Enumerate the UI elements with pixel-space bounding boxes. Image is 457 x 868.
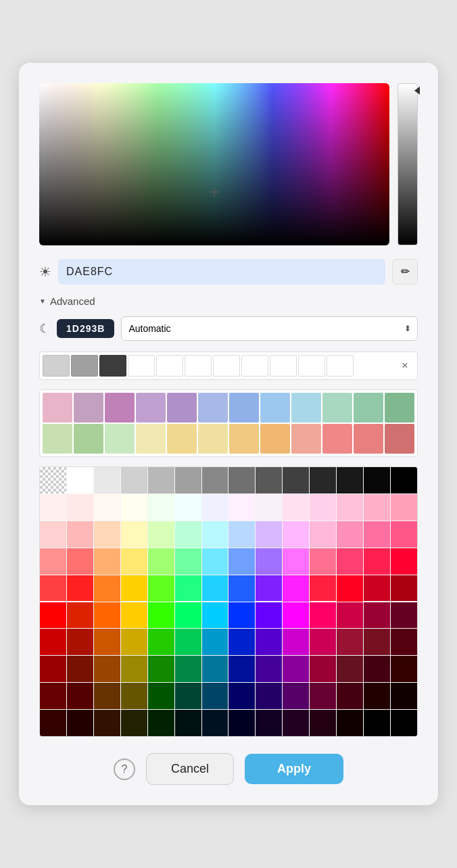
grid-swatch[interactable] <box>202 548 228 575</box>
grid-swatch[interactable] <box>310 629 336 655</box>
palette-swatch[interactable] <box>198 424 228 454</box>
apply-button[interactable]: Apply <box>245 754 343 784</box>
palette-swatch[interactable] <box>136 424 166 454</box>
grid-swatch[interactable] <box>202 494 228 521</box>
grid-swatch[interactable] <box>337 656 363 682</box>
grid-swatch[interactable] <box>148 467 174 493</box>
grid-swatch[interactable] <box>256 467 282 493</box>
grid-swatch[interactable] <box>228 710 255 736</box>
grid-swatch[interactable] <box>337 575 363 602</box>
grid-swatch[interactable] <box>121 602 147 629</box>
grid-swatch[interactable] <box>175 602 201 629</box>
palette-swatch[interactable] <box>229 424 259 454</box>
grid-swatch[interactable] <box>94 548 120 575</box>
grid-swatch[interactable] <box>283 629 309 655</box>
grid-swatch[interactable] <box>310 683 336 709</box>
grid-swatch[interactable] <box>94 683 120 709</box>
grid-swatch[interactable] <box>94 710 120 736</box>
palette-swatch[interactable] <box>198 393 228 423</box>
recent-empty-6[interactable] <box>270 355 297 377</box>
help-button[interactable]: ? <box>114 758 135 780</box>
palette-swatch[interactable] <box>43 424 72 454</box>
grid-swatch[interactable] <box>202 467 228 493</box>
grid-swatch[interactable] <box>121 467 147 493</box>
palette-swatch[interactable] <box>385 393 414 423</box>
grid-swatch[interactable] <box>283 710 309 736</box>
grid-swatch[interactable] <box>391 683 417 709</box>
grid-swatch[interactable] <box>256 683 282 709</box>
recent-swatch-2[interactable] <box>71 355 98 377</box>
recent-empty-2[interactable] <box>156 355 183 377</box>
palette-swatch[interactable] <box>260 393 290 423</box>
grid-swatch[interactable] <box>67 683 93 709</box>
palette-swatch[interactable] <box>136 393 166 423</box>
grid-swatch[interactable] <box>40 548 66 575</box>
grid-swatch[interactable] <box>202 656 228 682</box>
grid-swatch[interactable] <box>148 629 174 655</box>
grid-swatch[interactable] <box>228 602 255 629</box>
grid-swatch[interactable] <box>67 467 93 493</box>
grid-swatch[interactable] <box>310 656 336 682</box>
grid-swatch[interactable] <box>175 548 201 575</box>
grid-swatch[interactable] <box>364 656 390 682</box>
grid-swatch[interactable] <box>94 575 120 602</box>
grid-swatch[interactable] <box>364 710 390 736</box>
grid-swatch[interactable] <box>148 521 174 548</box>
palette-swatch[interactable] <box>260 424 290 454</box>
palette-swatch[interactable] <box>105 393 135 423</box>
grid-swatch[interactable] <box>148 710 174 736</box>
grid-swatch[interactable] <box>40 602 66 629</box>
grid-swatch[interactable] <box>228 467 255 493</box>
grid-swatch[interactable] <box>67 575 93 602</box>
grid-swatch[interactable] <box>94 494 120 521</box>
grid-swatch[interactable] <box>228 548 255 575</box>
grid-swatch[interactable] <box>202 710 228 736</box>
grid-swatch[interactable] <box>283 548 309 575</box>
grid-swatch[interactable] <box>364 602 390 629</box>
grid-swatch[interactable] <box>40 629 66 655</box>
grid-swatch[interactable] <box>337 602 363 629</box>
recent-empty-8[interactable] <box>327 355 354 377</box>
grid-swatch[interactable] <box>337 521 363 548</box>
brightness-slider[interactable] <box>398 83 418 245</box>
grid-swatch[interactable] <box>283 683 309 709</box>
grid-swatch[interactable] <box>40 494 66 521</box>
grid-swatch[interactable] <box>40 467 66 493</box>
grid-swatch[interactable] <box>310 467 336 493</box>
palette-swatch[interactable] <box>291 424 321 454</box>
grid-swatch[interactable] <box>94 467 120 493</box>
grid-swatch[interactable] <box>391 521 417 548</box>
advanced-section-label[interactable]: ▼ Advanced <box>39 295 418 307</box>
grid-swatch[interactable] <box>391 494 417 521</box>
palette-swatch[interactable] <box>354 424 383 454</box>
grid-swatch[interactable] <box>283 494 309 521</box>
grid-swatch[interactable] <box>256 575 282 602</box>
grid-swatch[interactable] <box>391 467 417 493</box>
grid-swatch[interactable] <box>310 710 336 736</box>
recent-empty-5[interactable] <box>241 355 268 377</box>
grid-swatch[interactable] <box>202 629 228 655</box>
grid-swatch[interactable] <box>202 602 228 629</box>
grid-swatch[interactable] <box>40 683 66 709</box>
grid-swatch[interactable] <box>364 548 390 575</box>
eyedropper-button[interactable]: ✏ <box>392 259 418 285</box>
palette-swatch[interactable] <box>105 424 135 454</box>
grid-swatch[interactable] <box>283 467 309 493</box>
grid-swatch[interactable] <box>175 656 201 682</box>
grid-swatch[interactable] <box>148 656 174 682</box>
grid-swatch[interactable] <box>256 548 282 575</box>
grid-swatch[interactable] <box>175 629 201 655</box>
grid-swatch[interactable] <box>337 548 363 575</box>
hex-input[interactable] <box>58 259 385 285</box>
grid-swatch[interactable] <box>391 602 417 629</box>
grid-swatch[interactable] <box>337 629 363 655</box>
grid-swatch[interactable] <box>121 710 147 736</box>
palette-swatch[interactable] <box>43 393 72 423</box>
cancel-button[interactable]: Cancel <box>146 753 234 785</box>
grid-swatch[interactable] <box>148 575 174 602</box>
grid-swatch[interactable] <box>283 602 309 629</box>
grid-swatch[interactable] <box>364 575 390 602</box>
grid-swatch[interactable] <box>283 521 309 548</box>
grid-swatch[interactable] <box>364 467 390 493</box>
recent-swatch-1[interactable] <box>43 355 70 377</box>
